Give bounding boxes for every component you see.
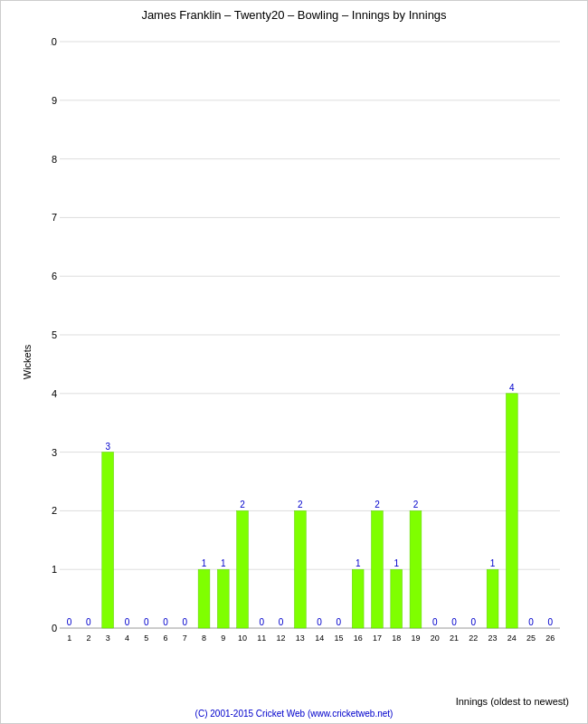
svg-text:1: 1 xyxy=(490,558,496,568)
svg-text:0: 0 xyxy=(432,617,438,627)
svg-text:17: 17 xyxy=(373,634,382,643)
svg-rect-51 xyxy=(294,510,306,628)
x-axis-label: Innings (oldest to newest) xyxy=(51,696,569,707)
svg-rect-61 xyxy=(372,510,384,628)
chart-title: James Franklin – Twenty20 – Bowling – In… xyxy=(1,1,587,22)
svg-text:2: 2 xyxy=(413,500,419,510)
svg-rect-38 xyxy=(198,569,210,628)
svg-text:0: 0 xyxy=(451,617,457,627)
svg-text:1: 1 xyxy=(394,558,399,568)
svg-rect-67 xyxy=(410,510,422,628)
svg-text:11: 11 xyxy=(257,634,266,643)
svg-text:18: 18 xyxy=(392,634,401,643)
svg-text:15: 15 xyxy=(334,634,343,643)
svg-text:6: 6 xyxy=(52,271,57,281)
svg-text:0: 0 xyxy=(337,617,342,627)
svg-rect-44 xyxy=(237,510,249,628)
svg-text:0: 0 xyxy=(86,617,91,627)
svg-text:26: 26 xyxy=(545,634,555,643)
svg-text:4: 4 xyxy=(52,388,57,399)
svg-rect-79 xyxy=(506,394,517,628)
y-axis-label: Wickets xyxy=(22,345,33,380)
svg-text:2: 2 xyxy=(375,500,380,510)
svg-text:12: 12 xyxy=(277,634,286,643)
svg-text:22: 22 xyxy=(469,634,478,643)
svg-text:0: 0 xyxy=(471,617,477,627)
svg-text:7: 7 xyxy=(52,212,57,223)
svg-text:0: 0 xyxy=(52,623,57,634)
svg-text:19: 19 xyxy=(411,634,420,643)
svg-text:3: 3 xyxy=(106,634,110,643)
svg-text:8: 8 xyxy=(52,154,57,165)
svg-text:13: 13 xyxy=(296,634,305,643)
svg-text:5: 5 xyxy=(144,634,148,643)
svg-rect-27 xyxy=(102,452,114,628)
svg-text:0: 0 xyxy=(528,617,534,627)
svg-text:10: 10 xyxy=(238,634,247,643)
svg-text:0: 0 xyxy=(182,617,187,627)
chart-area: 0123456789100102330405060718192100110122… xyxy=(51,33,569,655)
svg-text:1: 1 xyxy=(356,558,361,568)
svg-text:9: 9 xyxy=(221,634,225,643)
svg-text:1: 1 xyxy=(67,634,71,643)
svg-text:0: 0 xyxy=(548,617,554,627)
svg-text:2: 2 xyxy=(298,500,303,510)
svg-text:2: 2 xyxy=(240,500,245,510)
svg-text:9: 9 xyxy=(52,95,57,106)
svg-text:7: 7 xyxy=(183,634,187,643)
svg-text:23: 23 xyxy=(488,634,498,643)
svg-text:2: 2 xyxy=(86,634,90,643)
svg-text:2: 2 xyxy=(52,505,57,516)
svg-text:3: 3 xyxy=(105,442,110,452)
svg-text:24: 24 xyxy=(507,634,517,643)
svg-text:0: 0 xyxy=(144,617,149,627)
svg-text:14: 14 xyxy=(315,634,324,643)
svg-text:25: 25 xyxy=(526,634,536,643)
copyright-text: (C) 2001-2015 Cricket Web (www.cricketwe… xyxy=(1,709,587,719)
svg-rect-64 xyxy=(391,569,403,628)
svg-text:0: 0 xyxy=(163,617,168,627)
svg-text:6: 6 xyxy=(163,634,167,643)
chart-container: James Franklin – Twenty20 – Bowling – In… xyxy=(0,0,588,724)
svg-rect-58 xyxy=(352,569,364,628)
svg-text:3: 3 xyxy=(52,447,57,458)
svg-text:5: 5 xyxy=(52,329,57,340)
svg-text:0: 0 xyxy=(260,617,265,627)
svg-text:0: 0 xyxy=(279,617,284,627)
svg-rect-41 xyxy=(217,569,229,628)
svg-text:1: 1 xyxy=(52,564,57,575)
svg-text:8: 8 xyxy=(202,634,206,643)
svg-text:1: 1 xyxy=(221,558,226,568)
svg-text:0: 0 xyxy=(125,617,130,627)
svg-text:10: 10 xyxy=(51,36,57,47)
svg-text:4: 4 xyxy=(509,383,515,393)
svg-text:0: 0 xyxy=(317,617,322,627)
svg-text:16: 16 xyxy=(354,634,363,643)
svg-text:1: 1 xyxy=(202,558,207,568)
chart-svg: 0123456789100102330405060718192100110122… xyxy=(51,33,569,655)
svg-text:20: 20 xyxy=(431,634,440,643)
svg-text:4: 4 xyxy=(125,634,129,643)
svg-rect-76 xyxy=(487,569,498,628)
svg-text:0: 0 xyxy=(67,617,72,627)
svg-text:21: 21 xyxy=(450,634,459,643)
